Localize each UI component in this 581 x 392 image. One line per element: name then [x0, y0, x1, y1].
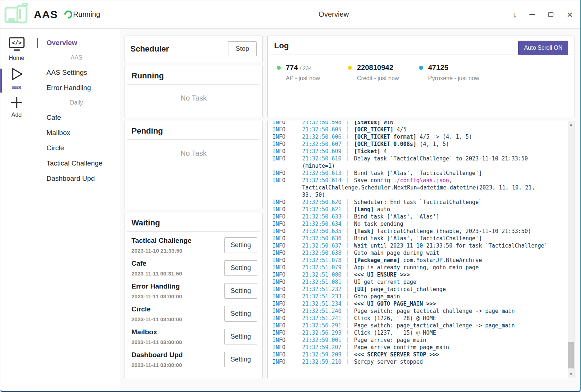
waiting-setting-button[interactable]: Setting [224, 237, 257, 253]
waiting-item-time: 2023-11-11 03:00:00 [131, 316, 182, 322]
stat-text: 220810942Credit - just now [357, 64, 399, 82]
log-message-segment: Click (1226, 28) @ HOME [354, 315, 436, 322]
log-timestamp: 21:32:50.633 [302, 213, 348, 220]
log-level: INFO [272, 140, 302, 148]
log-line: INFO21:32:50.635[Task] TacticalChallenge… [272, 228, 568, 235]
waiting-item-info: Circle2023-11-11 03:00:00 [131, 305, 182, 322]
svg-text:</>: </> [12, 40, 21, 46]
log-output[interactable]: INFO21:32:50.598[Status] WININFO21:32:50… [268, 121, 568, 378]
log-line: INFO21:32:50.636Bind task ['Alas', 'Tact… [272, 235, 568, 242]
log-separator [348, 308, 354, 314]
log-timestamp: 21:32:51.078 [302, 257, 348, 264]
log-message-segment: [OCR_TICKET format] [354, 134, 417, 140]
waiting-item-cafe: Cafe2023-11-11 00:31:50Setting [131, 260, 257, 277]
scroll-down-icon[interactable]: ▼ [568, 371, 574, 377]
stat-label: Pyroxene - just now [428, 75, 479, 82]
log-message-segment: Goto page_main [354, 293, 400, 300]
log-separator [348, 235, 354, 241]
scrollbar-thumb[interactable] [568, 342, 574, 368]
rail-item-home[interactable]: </> Home [0, 37, 33, 61]
scroll-up-icon[interactable]: ▲ [568, 122, 574, 128]
log-message-segment: No task pending [354, 221, 403, 227]
sidebar-item-dashboard-upd[interactable]: Dashboard Upd [33, 171, 120, 186]
log-level: INFO [272, 278, 302, 286]
log-message-segment: UI get current page [354, 279, 417, 285]
log-level: INFO [272, 177, 302, 184]
waiting-setting-button[interactable]: Setting [224, 260, 257, 276]
update-download-icon[interactable]: ↓ [513, 11, 517, 19]
sidebar-item-mailbox[interactable]: Mailbox [33, 125, 120, 140]
log-line: INFO21:32:50.610Delay task `TacticalChal… [272, 155, 568, 162]
waiting-setting-button[interactable]: Setting [224, 329, 257, 344]
sidebar-item-tactical-challenge[interactable]: Tactical Challenge [33, 156, 120, 171]
stat-value: 774/ 234 [286, 64, 320, 72]
title-bar: AAS Running Overview ↓ ✕ [0, 0, 580, 29]
log-timestamp: 21:32:51.240 [302, 307, 348, 315]
log-separator [348, 293, 354, 299]
log-line: INFO21:32:50.637Wait until 2023-11-10 21… [272, 242, 568, 249]
log-separator [348, 330, 354, 335]
log-timestamp: 21:32:50.610 [302, 155, 348, 162]
scheduler-stop-button[interactable]: Stop [228, 41, 257, 56]
log-message-segment: Bind task ['Alas', 'TacticalChallenge'] [354, 170, 482, 176]
log-line: INFO21:32:51.080<<< UI ENSURE >>> [272, 271, 568, 278]
auto-scroll-toggle-button[interactable]: Auto Scroll ON [518, 41, 568, 55]
log-level: INFO [272, 249, 302, 257]
log-separator [348, 242, 354, 248]
waiting-item-time: 2023-11-11 00:31:50 [131, 270, 182, 277]
close-button[interactable]: ✕ [566, 11, 573, 19]
running-spinner-icon [63, 9, 74, 20]
stat-credit: 220810942Credit - just now [348, 64, 419, 82]
scheduler-status: Running [73, 10, 100, 19]
log-level: INFO [272, 336, 302, 344]
log-timestamp: 21:32:50.609 [302, 148, 348, 155]
sidebar-item-overview[interactable]: Overview [33, 35, 120, 50]
log-level: INFO [272, 133, 302, 140]
sidebar-item-aas-settings[interactable]: AAS Settings [33, 65, 120, 80]
log-card: Log Auto Scroll ON 774/ 234AP - just now… [267, 36, 574, 117]
log-level: INFO [272, 213, 302, 220]
app-window: AAS Running Overview ↓ ✕ </> Home [0, 0, 581, 392]
log-message-segment: Goto main page during wait [354, 250, 439, 256]
waiting-setting-button[interactable]: Setting [224, 352, 257, 367]
log-timestamp: 21:32:51.080 [302, 271, 348, 278]
log-line: INFO21:32:50.607[OCR_TICKET 0.008s] (4, … [272, 140, 568, 148]
log-level: INFO [272, 170, 302, 177]
log-separator [348, 177, 354, 183]
waiting-title: Waiting [125, 213, 262, 231]
sidebar-item-cafe[interactable]: Cafe [33, 110, 120, 125]
waiting-item-time: 2023-11-11 03:00:00 [131, 362, 183, 368]
minimize-button[interactable] [529, 14, 535, 15]
log-scrollbar[interactable]: ▲ ▼ [568, 121, 574, 378]
log-message-segment: Bind task ['Alas', 'TacticalChallenge'] [354, 235, 482, 242]
log-message-segment: 33, 50) [302, 192, 325, 198]
log-line: INFO21:32:50.614Save config ./config\aas… [272, 177, 568, 184]
log-line: INFO21:32:59.207Page arrive confirm page… [272, 344, 568, 351]
waiting-list: Tactical Challenge2023-11-10 21:33:50Set… [125, 232, 262, 368]
log-level: INFO [272, 293, 302, 300]
waiting-setting-button[interactable]: Setting [224, 306, 257, 322]
stat-value-suffix: / 234 [300, 65, 312, 71]
log-line: INFO21:32:51.234<<< UI GOTO PAGE_MAIN >>… [272, 300, 568, 307]
rail-item-aas[interactable]: aas [0, 67, 33, 90]
sidebar-item-circle[interactable]: Circle [33, 140, 120, 156]
maximize-button[interactable] [548, 12, 553, 17]
log-separator [348, 148, 354, 154]
log-level: INFO [272, 329, 302, 336]
waiting-setting-button[interactable]: Setting [224, 283, 257, 299]
log-timestamp: 21:32:50.614 [302, 177, 348, 184]
log-separator [348, 286, 354, 292]
log-timestamp: 21:32:59.210 [302, 358, 348, 366]
rail-label-add: Add [0, 112, 33, 118]
rail-item-add[interactable]: Add [0, 96, 33, 118]
waiting-item-name: Dashboard Upd [131, 351, 183, 359]
log-line: INFO21:32:51.078[Package_name] com.Yosta… [272, 257, 568, 264]
log-level: INFO [272, 358, 302, 366]
log-level: INFO [272, 121, 302, 126]
log-line: INFO21:32:50.598[Status] WIN [272, 121, 568, 126]
waiting-item-info: Error Handling2023-11-11 03:00:00 [131, 282, 182, 299]
sidebar-item-error-handling[interactable]: Error Handling [33, 80, 120, 95]
log-timestamp: 21:32:59.001 [302, 336, 348, 344]
rail-label-aas: aas [0, 84, 33, 90]
log-timestamp: 21:32:51.079 [302, 264, 348, 271]
